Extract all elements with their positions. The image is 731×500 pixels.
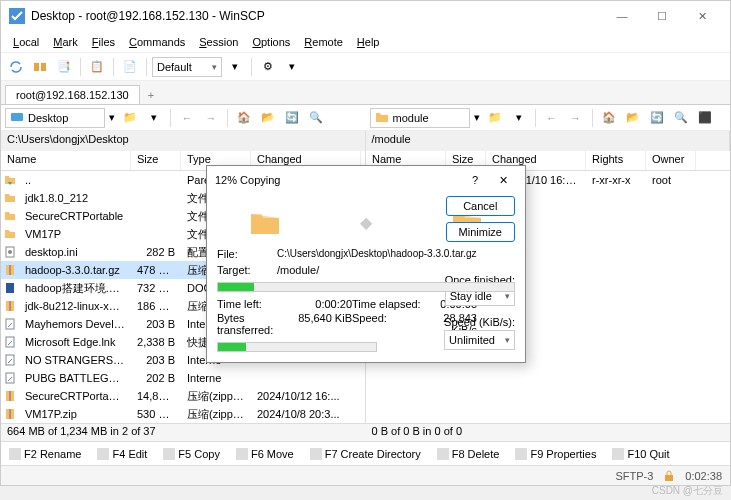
menu-commands[interactable]: Commands	[123, 34, 191, 50]
fn-quit[interactable]: F10 Quit	[608, 446, 673, 462]
svg-point-5	[8, 250, 12, 254]
toolbar-dropdown2-icon[interactable]: ▾	[281, 56, 303, 78]
svg-rect-18	[9, 409, 11, 419]
menu-local[interactable]: Local	[7, 34, 45, 50]
remote-back-icon[interactable]: 📁	[484, 107, 506, 129]
file-size	[131, 179, 181, 181]
dialog-title: 12% Copying	[215, 174, 280, 186]
minimize-button[interactable]: —	[602, 2, 642, 30]
local-back-icon[interactable]: 📁	[119, 107, 141, 129]
file-changed: 2024/10/12 16:...	[251, 389, 361, 403]
file-size: 202 B	[131, 371, 181, 385]
title-bar: Desktop - root@192.168.152.130 - WinSCP …	[1, 1, 730, 31]
dialog-help-button[interactable]: ?	[461, 168, 489, 192]
file-size	[131, 233, 181, 235]
file-row[interactable]: VM17P.zip530 MiB压缩(zipped)...2024/10/8 2…	[1, 405, 365, 423]
menu-session[interactable]: Session	[193, 34, 244, 50]
menu-mark[interactable]: Mark	[47, 34, 83, 50]
menu-files[interactable]: Files	[86, 34, 121, 50]
speed-label: Speed:	[352, 312, 422, 336]
svg-rect-16	[9, 391, 11, 401]
new-tab-button[interactable]: +	[140, 86, 162, 104]
lock-icon	[663, 470, 675, 482]
remote-find-icon[interactable]: 🔍	[670, 107, 692, 129]
menu-bar: LocalMarkFilesCommandsSessionOptionsRemo…	[1, 31, 730, 53]
cancel-button[interactable]: Cancel	[446, 196, 515, 216]
file-name: desktop.ini	[19, 245, 131, 259]
compare-icon[interactable]	[29, 56, 51, 78]
watermark: CSDN @七分豆	[652, 484, 723, 498]
file-icon	[1, 353, 19, 367]
svg-rect-30	[515, 448, 527, 460]
sync-icon[interactable]	[5, 56, 27, 78]
remote-refresh-icon[interactable]: 🔄	[646, 107, 668, 129]
local-location-combo[interactable]: Desktop	[5, 108, 105, 128]
minimize-dialog-button[interactable]: Minimize	[446, 222, 515, 242]
target-label: Target:	[217, 264, 277, 276]
remote-nav: module ▾ 📁 ▾ ← → 🏠 📂 🔄 🔍 ⬛	[366, 105, 731, 130]
fn-create-directory[interactable]: F7 Create Directory	[306, 446, 425, 462]
file-type: 压缩(zipped)...	[181, 388, 251, 405]
fn-copy[interactable]: F5 Copy	[159, 446, 224, 462]
local-status: 664 MB of 1,234 MB in 2 of 37	[1, 424, 366, 441]
local-path: C:\Users\dongjx\Desktop	[1, 131, 366, 151]
local-refresh-icon[interactable]: 🔄	[281, 107, 303, 129]
status-bar: SFTP-3 0:02:38	[1, 465, 730, 485]
remote-prev-icon[interactable]: ←	[541, 107, 563, 129]
close-button[interactable]: ✕	[682, 2, 722, 30]
new-session-icon[interactable]: 📄	[119, 56, 141, 78]
session-tabs: root@192.168.152.130 +	[1, 81, 730, 105]
file-type: Interne	[181, 371, 251, 385]
local-up-icon[interactable]: 🏠	[233, 107, 255, 129]
remote-status: 0 B of 0 B in 0 of 0	[366, 424, 731, 441]
menu-help[interactable]: Help	[351, 34, 386, 50]
menu-remote[interactable]: Remote	[298, 34, 349, 50]
sync-browse-icon[interactable]: 📑	[53, 56, 75, 78]
svg-rect-32	[665, 475, 673, 481]
fn-delete[interactable]: F8 Delete	[433, 446, 504, 462]
svg-rect-28	[310, 448, 322, 460]
file-icon	[1, 173, 19, 187]
dialog-close-button[interactable]: ✕	[489, 168, 517, 192]
local-prev-icon[interactable]: ←	[176, 107, 198, 129]
file-size: 203 B	[131, 353, 181, 367]
bytes-label: Bytes transferred:	[217, 312, 297, 336]
file-row[interactable]: PUBG BATTLEGRO...202 BInterne	[1, 369, 365, 387]
file-icon	[1, 263, 19, 277]
file-name: jdk1.8.0_212	[19, 191, 131, 205]
fn-move[interactable]: F6 Move	[232, 446, 298, 462]
toolbar-more-icon[interactable]: ⚙	[257, 56, 279, 78]
remote-root-icon[interactable]: 📂	[622, 107, 644, 129]
fn-properties[interactable]: F9 Properties	[511, 446, 600, 462]
main-toolbar: 📑 📋 📄 Default ▾ ⚙ ▾	[1, 53, 730, 81]
file-icon	[1, 407, 19, 421]
remote-next-icon[interactable]: →	[565, 107, 587, 129]
remote-location-combo[interactable]: module	[370, 108, 470, 128]
remote-drop-icon[interactable]: ▾	[508, 107, 530, 129]
local-find-icon[interactable]: 🔍	[305, 107, 327, 129]
file-icon	[1, 371, 19, 385]
session-tab[interactable]: root@192.168.152.130	[5, 85, 140, 104]
local-drop-icon[interactable]: ▾	[143, 107, 165, 129]
remote-home-icon[interactable]: 🏠	[598, 107, 620, 129]
protocol-label: SFTP-3	[615, 470, 653, 482]
remote-terminal-icon[interactable]: ⬛	[694, 107, 716, 129]
transfer-queue-icon[interactable]: 📋	[86, 56, 108, 78]
local-col-size[interactable]: Size	[131, 151, 181, 170]
path-row: C:\Users\dongjx\Desktop /module	[1, 131, 730, 151]
maximize-button[interactable]: ☐	[642, 2, 682, 30]
remote-col-owner[interactable]: Owner	[646, 151, 696, 170]
transfer-settings-combo[interactable]: Default	[152, 57, 222, 77]
toolbar-dropdown-icon[interactable]: ▾	[224, 56, 246, 78]
speed-limit-combo[interactable]: Unlimited	[444, 330, 515, 350]
file-row[interactable]: SecureCRTPortable(...14,861 ...压缩(zipped…	[1, 387, 365, 405]
fn-rename[interactable]: F2 Rename	[5, 446, 85, 462]
fn-edit[interactable]: F4 Edit	[93, 446, 151, 462]
remote-col-rights[interactable]: Rights	[586, 151, 646, 170]
local-col-name[interactable]: Name	[1, 151, 131, 170]
svg-rect-26	[163, 448, 175, 460]
file-size: 186 MiB	[131, 299, 181, 313]
local-next-icon[interactable]: →	[200, 107, 222, 129]
local-root-icon[interactable]: 📂	[257, 107, 279, 129]
menu-options[interactable]: Options	[246, 34, 296, 50]
